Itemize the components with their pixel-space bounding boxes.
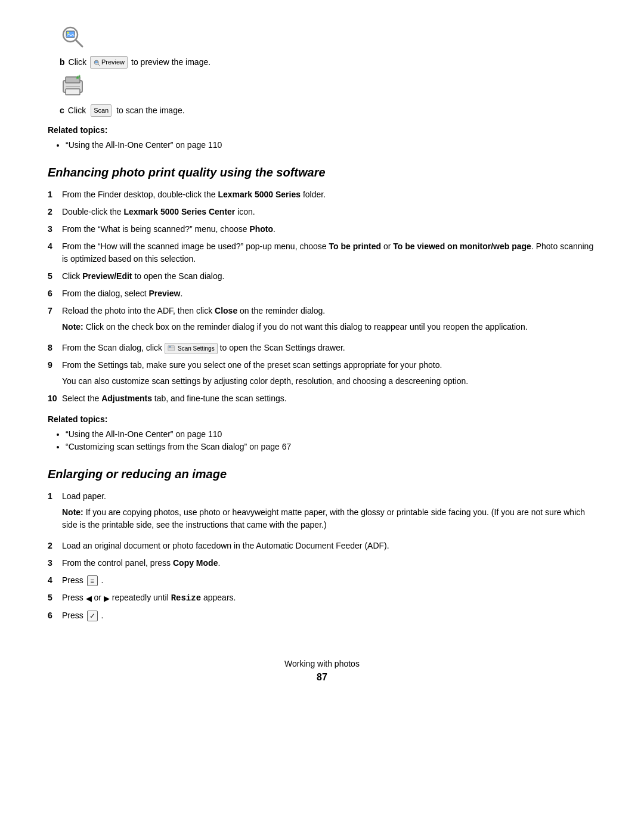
note-1: Note: If you are copying photos, use pho… — [62, 506, 596, 531]
list-item: 4 Press ≡ . — [48, 574, 596, 587]
svg-rect-15 — [169, 346, 171, 348]
list-item: 9 From the Settings tab, make sure you s… — [48, 359, 596, 388]
enhancing-section-heading: Enhancing photo print quality using the … — [48, 163, 596, 181]
preview-icon — [60, 24, 86, 50]
svg-rect-6 — [95, 61, 97, 63]
scan-icon-section: ★ ★ — [60, 72, 86, 98]
footer-text: Working with photos — [48, 658, 596, 670]
section-c-row: c Click Scan to scan the image. — [60, 104, 596, 117]
right-arrow-icon: ▶ — [104, 594, 110, 603]
related-topics-2-list: “Using the All-In-One Center” on page 11… — [66, 428, 596, 453]
list-item: 5 Press ◀ or ▶ repeatedly until Resize a… — [48, 592, 596, 605]
related-topics-2: Related topics: “Using the All-In-One Ce… — [48, 413, 596, 453]
list-item: 3 From the “What is being scanned?” menu… — [48, 223, 596, 236]
menu-button-icon: ≡ — [87, 575, 98, 586]
list-item: 6 Press ✓ . — [48, 609, 596, 622]
list-item: “Using the All-In-One Center” on page 11… — [66, 139, 596, 151]
scan-settings-label: Scan Settings — [178, 344, 215, 353]
section-c-text-before: Click — [68, 104, 86, 117]
list-item: 3 From the control panel, press Copy Mod… — [48, 557, 596, 569]
enlarging-steps-list: 1 Load paper. Note: If you are copying p… — [48, 490, 596, 622]
related-topics-1: Related topics: “Using the All-In-One Ce… — [48, 124, 596, 151]
section-b-row: b Click Preview to preview the image. — [60, 56, 596, 69]
svg-text:★: ★ — [78, 74, 81, 78]
list-item: 10 Select the Adjustments tab, and fine-… — [48, 392, 596, 405]
related-topics-1-heading: Related topics: — [48, 124, 596, 137]
list-item: 8 From the Scan dialog, click Scan Setti… — [48, 342, 596, 354]
preview-button-icon — [93, 59, 101, 66]
footer-page-number: 87 — [48, 670, 596, 685]
list-item: 1 From the Finder desktop, double-click … — [48, 188, 596, 201]
left-arrow-icon: ◀ — [86, 594, 92, 603]
list-item: 5 Click Preview/Edit to open the Scan di… — [48, 270, 596, 283]
enhancing-steps-list: 1 From the Finder desktop, double-click … — [48, 188, 596, 405]
note-7: Note: Click on the check box on the remi… — [62, 321, 596, 333]
list-item: 4 From the “How will the scanned image b… — [48, 240, 596, 265]
list-item: 7 Reload the photo into the ADF, then cl… — [48, 305, 596, 337]
svg-line-1 — [76, 40, 82, 47]
svg-line-5 — [98, 64, 100, 66]
step-9-sub: You can also customize scan settings by … — [62, 375, 596, 388]
scan-icon: ★ ★ — [60, 72, 86, 98]
svg-point-3 — [67, 32, 69, 34]
list-item: “Using the All-In-One Center” on page 11… — [66, 428, 596, 441]
section-b-label: b — [60, 56, 65, 69]
related-topics-2-heading: Related topics: — [48, 413, 596, 426]
list-item: 2 Double-click the Lexmark 5000 Series C… — [48, 206, 596, 218]
list-item: 1 Load paper. Note: If you are copying p… — [48, 490, 596, 535]
scan-settings-button[interactable]: Scan Settings — [165, 343, 218, 354]
section-b-text-before: Click — [69, 56, 86, 69]
list-item: 6 From the dialog, select Preview. — [48, 287, 596, 300]
enlarging-section-heading: Enlarging or reducing an image — [48, 465, 596, 483]
preview-button[interactable]: Preview — [90, 56, 128, 69]
list-item: “Customizing scan settings from the Scan… — [66, 441, 596, 453]
section-c-label: c — [60, 104, 64, 117]
section-c-text-after: to scan the image. — [116, 104, 184, 117]
related-topics-1-list: “Using the All-In-One Center” on page 11… — [66, 139, 596, 151]
scan-settings-icon — [168, 345, 176, 352]
footer: Working with photos 87 — [48, 658, 596, 685]
section-b-text-after: to preview the image. — [131, 56, 210, 69]
svg-rect-9 — [66, 89, 80, 95]
preview-icon-section — [60, 24, 86, 50]
select-button-icon: ✓ — [87, 611, 98, 621]
scan-button[interactable]: Scan — [91, 104, 112, 117]
scan-button-label: Scan — [94, 106, 109, 116]
list-item: 2 Load an original document or photo fac… — [48, 540, 596, 552]
preview-button-label: Preview — [101, 57, 125, 67]
